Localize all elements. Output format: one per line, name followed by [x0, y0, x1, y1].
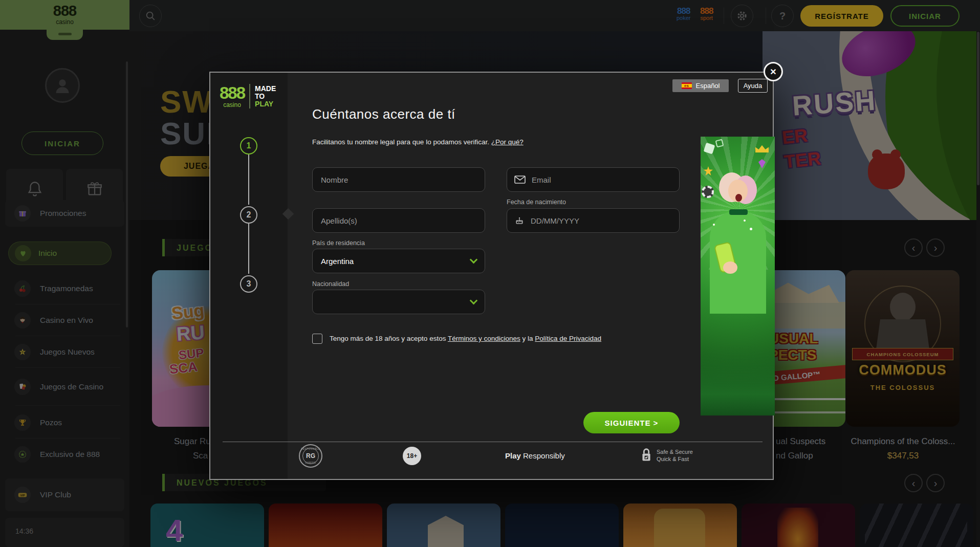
last-name-input[interactable]: [320, 216, 477, 226]
birthdate-label: Fecha de nacimiento: [507, 199, 566, 206]
poker-chip-icon: [702, 186, 714, 198]
close-icon: ✕: [770, 67, 776, 77]
why-link[interactable]: ¿Por qué?: [491, 138, 524, 146]
first-name-field[interactable]: [312, 167, 485, 192]
country-select[interactable]: Argentina: [312, 249, 485, 273]
step-indicator-1: 1: [240, 137, 257, 155]
modal-logo: 888 casino MADE TO PLAY: [220, 84, 276, 108]
sparkle-art: [713, 224, 715, 226]
consent-text: Tengo más de 18 años y acepto estos Térm…: [330, 335, 601, 342]
country-value: Argentina: [321, 257, 354, 266]
age-18-badge: 18+: [403, 447, 421, 465]
chevron-down-icon: [470, 297, 478, 305]
logo-888: 888: [220, 84, 245, 101]
nationality-select[interactable]: [312, 290, 485, 314]
sparkle-art: [750, 228, 752, 230]
lock-icon: [639, 446, 654, 465]
logo-play: PLAY: [255, 100, 276, 108]
terms-link[interactable]: Términos y condiciones: [448, 335, 520, 342]
registration-modal: 888 casino MADE TO PLAY 1 2 3 es Español…: [209, 72, 774, 480]
step-connector: [248, 224, 249, 274]
privacy-link[interactable]: Política de Privacidad: [535, 335, 601, 342]
birthdate-input[interactable]: [530, 216, 672, 226]
play-responsibly-text: Play Responsibly: [505, 451, 565, 460]
birthday-cake-icon: [514, 215, 525, 226]
logo-divider: [249, 84, 250, 108]
language-selector[interactable]: es Español: [672, 79, 729, 92]
help-button[interactable]: Ayuda: [738, 79, 768, 93]
close-button[interactable]: ✕: [764, 62, 783, 81]
modal-title: Cuéntanos acerca de tí: [312, 106, 455, 122]
app-window: RUSH ER TER SWE SUP JUEGA JUEGOS ‹ › Sug…: [0, 0, 980, 547]
safe-secure-text: Safe & Secure Quick & Fast: [657, 448, 693, 463]
modal-subtitle: Facilitanos tu nombre legal para que lo …: [312, 138, 524, 146]
logo-casino: casino: [220, 102, 245, 108]
last-name-field[interactable]: [312, 208, 485, 233]
email-field[interactable]: [507, 167, 680, 192]
email-input[interactable]: [531, 175, 672, 185]
sparkle-art: [744, 220, 746, 222]
spain-flag-icon: es: [682, 82, 692, 89]
first-name-input[interactable]: [320, 175, 477, 185]
country-label: País de residencia: [312, 239, 365, 247]
responsible-gaming-badge: RESPONSIBLE RG GAMING: [299, 444, 322, 468]
logo-made: MADE: [255, 85, 276, 93]
next-button[interactable]: SIGUIENTE >: [583, 412, 680, 433]
promo-photo: [701, 137, 775, 415]
nationality-label: Nacionalidad: [312, 280, 349, 288]
step-connector: [248, 155, 249, 205]
step-indicator-3: 3: [240, 275, 257, 293]
age-consent-checkbox[interactable]: [312, 334, 322, 344]
birthdate-field[interactable]: [507, 208, 680, 233]
chevron-down-icon: [470, 256, 478, 264]
smoke-art: [701, 344, 775, 415]
mouth-art: [735, 194, 742, 202]
collar-art: [729, 209, 748, 215]
language-label: Español: [696, 82, 720, 90]
envelope-icon: [514, 176, 526, 184]
hand-art: [723, 261, 737, 274]
divider: [223, 442, 763, 442]
logo-to: TO: [255, 93, 276, 100]
step-indicator-2: 2: [240, 206, 257, 224]
